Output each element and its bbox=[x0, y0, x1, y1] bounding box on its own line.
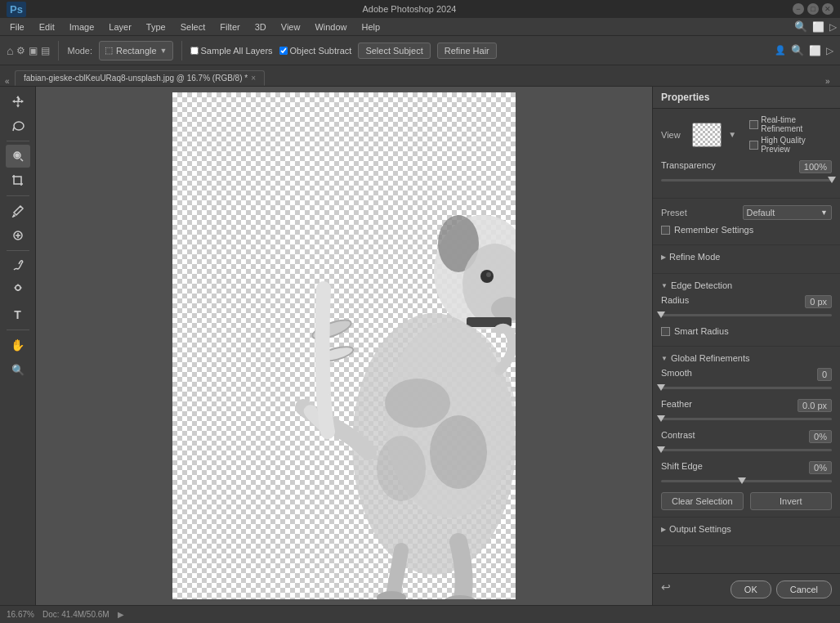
high-quality-preview-checkbox[interactable]: High Quality Preview bbox=[749, 136, 832, 154]
realtime-refinement-checkbox[interactable]: Real-time Refinement bbox=[749, 115, 832, 133]
panel-title: Properties bbox=[653, 87, 840, 109]
transparency-slider[interactable] bbox=[661, 175, 832, 185]
menu-edit[interactable]: Edit bbox=[33, 20, 61, 34]
radius-slider[interactable] bbox=[661, 310, 832, 320]
output-settings-label: Output Settings bbox=[669, 524, 731, 534]
smooth-value: 0 bbox=[817, 368, 832, 381]
contrast-handle[interactable] bbox=[657, 446, 665, 453]
home-icon[interactable]: ⌂ bbox=[7, 44, 13, 57]
undo-button[interactable]: ↩ bbox=[661, 580, 671, 598]
menu-3d[interactable]: 3D bbox=[248, 20, 273, 34]
transparency-label: Transparency bbox=[661, 160, 716, 173]
refine-mode-toggle[interactable]: ▶ bbox=[661, 253, 666, 261]
sample-all-layers-checkbox[interactable]: Sample All Layers bbox=[190, 46, 273, 56]
canvas-document bbox=[172, 92, 516, 599]
menu-window[interactable]: Window bbox=[308, 20, 353, 34]
invert-button[interactable]: Invert bbox=[750, 492, 833, 510]
clear-selection-button[interactable]: Clear Selection bbox=[661, 492, 744, 510]
main-area: T ✋ 🔍 bbox=[0, 87, 840, 605]
adjustments-icon[interactable]: ⚙ bbox=[16, 45, 25, 56]
menu-view[interactable]: View bbox=[275, 20, 307, 34]
menu-help[interactable]: Help bbox=[355, 20, 387, 34]
transparency-handle[interactable] bbox=[828, 177, 836, 183]
svg-point-8 bbox=[16, 285, 20, 290]
smart-radius-checkbox[interactable] bbox=[661, 327, 670, 336]
document-tab[interactable]: fabian-gieske-cblKeuURaq8-unsplash.jpg @… bbox=[15, 70, 265, 86]
refine-hair-button[interactable]: Refine Hair bbox=[437, 43, 497, 59]
menu-layer[interactable]: Layer bbox=[102, 20, 138, 34]
svg-line-4 bbox=[20, 159, 23, 161]
feather-handle[interactable] bbox=[657, 415, 665, 422]
global-refinements-toggle[interactable]: ▼ bbox=[661, 355, 668, 362]
edge-detection-toggle[interactable]: ▼ bbox=[661, 282, 668, 289]
menu-image[interactable]: Image bbox=[63, 20, 101, 34]
status-arrow[interactable]: ▶ bbox=[118, 610, 124, 619]
preset-dropdown[interactable]: Default ▼ bbox=[743, 205, 833, 220]
menu-filter[interactable]: Filter bbox=[213, 20, 246, 34]
tool-zoom[interactable]: 🔍 bbox=[6, 358, 30, 381]
menu-file[interactable]: File bbox=[3, 20, 31, 34]
shift-edge-slider[interactable] bbox=[661, 476, 832, 486]
tab-close-button[interactable]: × bbox=[251, 74, 256, 83]
feather-label: Feather bbox=[661, 399, 692, 412]
select-subject-button[interactable]: Select Subject bbox=[358, 43, 430, 59]
smooth-label-row: Smooth 0 bbox=[661, 368, 832, 381]
ok-button[interactable]: OK bbox=[731, 580, 771, 598]
smooth-handle[interactable] bbox=[657, 384, 665, 391]
more-icon[interactable]: ▷ bbox=[826, 45, 833, 56]
maximize-button[interactable]: □ bbox=[807, 3, 819, 15]
smooth-slider[interactable] bbox=[661, 383, 832, 392]
radius-label: Radius bbox=[661, 295, 689, 308]
tool-quick-select[interactable] bbox=[6, 145, 30, 168]
refine-mode-label: Refine Mode bbox=[669, 252, 720, 262]
tool-crop[interactable] bbox=[6, 169, 30, 192]
cancel-button[interactable]: Cancel bbox=[776, 580, 832, 598]
output-settings-toggle[interactable]: ▶ bbox=[661, 526, 666, 533]
search-toolbar-icon[interactable]: 🔍 bbox=[791, 44, 804, 56]
title-bar-controls[interactable]: − □ ✕ bbox=[793, 3, 833, 15]
view-dropdown-arrow[interactable]: ▼ bbox=[728, 130, 736, 139]
doc-info: Doc: 41.4M/50.6M bbox=[42, 610, 109, 619]
tool-sep-4 bbox=[7, 329, 29, 330]
tab-left-arrow[interactable]: « bbox=[3, 77, 15, 86]
tool-lasso[interactable] bbox=[6, 114, 30, 137]
search-icon[interactable]: 🔍 bbox=[794, 20, 807, 33]
transparency-label-row: Transparency 100% bbox=[661, 160, 832, 173]
tab-right-arrow[interactable]: » bbox=[825, 77, 837, 86]
tool-heal[interactable] bbox=[6, 224, 30, 247]
tool-eyedropper[interactable] bbox=[6, 199, 30, 222]
tool-move[interactable] bbox=[6, 90, 30, 113]
close-button[interactable]: ✕ bbox=[822, 3, 833, 15]
canvas-area[interactable] bbox=[36, 87, 652, 605]
feather-slider[interactable] bbox=[661, 414, 832, 424]
edge-detection-header[interactable]: ▼ Edge Detection bbox=[661, 280, 832, 290]
tool-brush[interactable] bbox=[6, 254, 30, 277]
tool-hand[interactable]: ✋ bbox=[6, 334, 30, 356]
object-subtract-checkbox[interactable]: Object Subtract bbox=[279, 46, 352, 56]
menu-select[interactable]: Select bbox=[174, 20, 212, 34]
mode-label: Mode: bbox=[67, 46, 92, 56]
view-thumbnail[interactable] bbox=[692, 123, 722, 147]
workspace-icon[interactable]: ⬜ bbox=[809, 45, 821, 56]
output-settings-header[interactable]: ▶ Output Settings bbox=[661, 524, 832, 534]
shift-edge-handle[interactable] bbox=[738, 477, 746, 484]
share-icon[interactable]: ⬜ bbox=[812, 21, 824, 33]
global-refinements-header[interactable]: ▼ Global Refinements bbox=[661, 353, 832, 363]
brush-type-icon[interactable]: ▤ bbox=[41, 45, 50, 56]
action-buttons-row: Clear Selection Invert bbox=[661, 492, 832, 510]
ps-logo: Ps bbox=[7, 2, 26, 17]
brush-preset-icon[interactable]: ▣ bbox=[29, 45, 38, 56]
account-icon[interactable]: 👤 bbox=[775, 45, 786, 56]
cloud-icon[interactable]: ▷ bbox=[829, 21, 837, 33]
remember-settings-checkbox[interactable] bbox=[661, 226, 670, 235]
tool-text[interactable]: T bbox=[6, 303, 30, 326]
radius-value: 0 px bbox=[805, 295, 832, 308]
minimize-button[interactable]: − bbox=[793, 3, 804, 15]
contrast-slider[interactable] bbox=[661, 445, 832, 455]
mode-dropdown[interactable]: ⬚ Rectangle ▼ bbox=[99, 41, 172, 61]
svg-line-1 bbox=[13, 128, 14, 131]
tool-clone[interactable] bbox=[6, 279, 30, 302]
refine-mode-header[interactable]: ▶ Refine Mode bbox=[661, 252, 832, 262]
radius-handle[interactable] bbox=[657, 312, 665, 318]
menu-type[interactable]: Type bbox=[140, 20, 172, 34]
